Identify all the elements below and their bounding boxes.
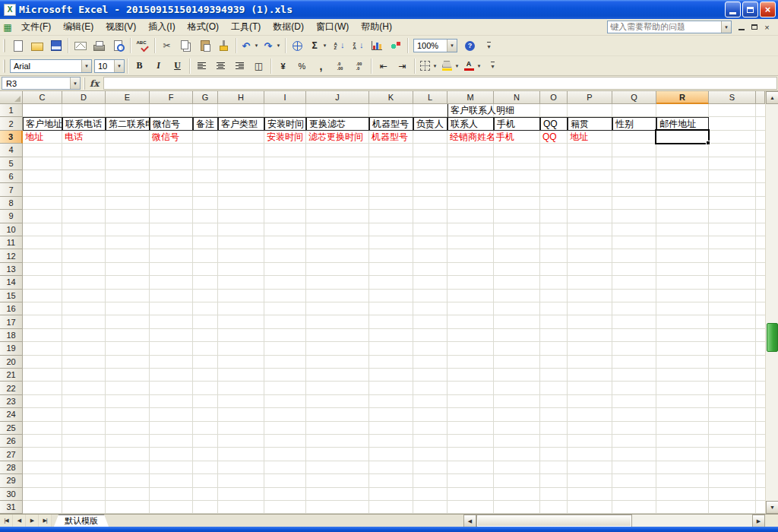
align-right-button[interactable] (231, 58, 248, 74)
sort-ascending-button[interactable] (330, 37, 347, 54)
format-painter-button[interactable] (215, 37, 232, 54)
dropdown-arrow-icon[interactable]: ▼ (81, 60, 91, 72)
cell-D3[interactable]: 电话 (62, 131, 106, 144)
row-header-14[interactable]: 14 (0, 276, 23, 289)
cell-I2[interactable]: 安装时间 (264, 117, 306, 130)
cell-Q2[interactable]: 性别 (612, 117, 656, 130)
cell-J2[interactable]: 更换滤芯 (306, 117, 369, 130)
previous-sheet-button[interactable]: ◀ (13, 515, 26, 527)
row-header-15[interactable]: 15 (0, 290, 23, 302)
dropdown-arrow-icon[interactable]: ▼ (447, 40, 457, 52)
row-header-3[interactable]: 3 (0, 131, 23, 144)
decrease-decimal-button[interactable] (350, 58, 368, 74)
column-header-F[interactable]: F (150, 91, 193, 104)
menu-item-help[interactable]: 帮助(H) (355, 18, 398, 36)
row-header-21[interactable]: 21 (0, 369, 23, 382)
close-button[interactable]: × (760, 2, 776, 17)
toolbar-grip[interactable] (3, 59, 5, 73)
minimize-button[interactable] (725, 2, 741, 17)
cell-O2[interactable]: QQ (540, 117, 568, 130)
row-header-26[interactable]: 26 (0, 435, 23, 448)
zoom-select[interactable]: 100%▼ (413, 39, 457, 52)
select-all-corner[interactable] (0, 91, 23, 104)
chart-wizard-button[interactable] (368, 37, 385, 54)
row-header-12[interactable]: 12 (0, 249, 23, 262)
toolbar-options-button[interactable] (484, 58, 501, 74)
row-header-30[interactable]: 30 (0, 488, 23, 501)
menu-item-insert[interactable]: 插入(I) (142, 18, 181, 36)
row-header-19[interactable]: 19 (0, 342, 23, 355)
font-color-button[interactable]: ▼ (462, 58, 482, 74)
row-header-23[interactable]: 23 (0, 395, 23, 408)
name-box[interactable]: R3 ▼ (2, 77, 81, 90)
row-header-8[interactable]: 8 (0, 197, 23, 210)
workbook-restore-button[interactable] (748, 21, 761, 33)
row-header-6[interactable]: 6 (0, 170, 23, 183)
dropdown-arrow-icon[interactable]: ▼ (70, 78, 80, 89)
cell-P2[interactable]: 籍贯 (568, 117, 612, 130)
cell-N2[interactable]: 手机 (494, 117, 540, 130)
row-header-27[interactable]: 27 (0, 448, 23, 461)
row-header-17[interactable]: 17 (0, 315, 23, 328)
dropdown-arrow-icon[interactable]: ▼ (253, 37, 260, 54)
sheet-tab-active[interactable]: 默认模版 (54, 515, 109, 527)
cell-N3[interactable]: 手机 (494, 131, 540, 144)
scroll-right-button[interactable]: ▶ (752, 515, 765, 527)
dropdown-arrow-icon[interactable]: ▼ (275, 37, 282, 54)
comma-button[interactable] (312, 58, 330, 74)
cell-M2[interactable]: 联系人 (448, 117, 494, 130)
dropdown-arrow-icon[interactable]: ▼ (476, 58, 482, 74)
fill-color-button[interactable]: ▼ (440, 58, 460, 74)
column-header-D[interactable]: D (62, 91, 106, 104)
paste-button[interactable] (196, 37, 213, 54)
vertical-scrollbar[interactable]: ▲ ▼ (765, 91, 778, 514)
cell-G2[interactable]: 备注 (193, 117, 218, 130)
row-header-24[interactable]: 24 (0, 408, 23, 421)
toolbar-options-button[interactable] (480, 37, 498, 54)
new-workbook-button[interactable] (9, 37, 27, 54)
sort-descending-button[interactable] (349, 37, 366, 54)
cell-P3[interactable]: 地址 (568, 131, 612, 144)
column-header-E[interactable]: E (106, 91, 150, 104)
dropdown-arrow-icon[interactable]: ▼ (721, 21, 731, 33)
column-header-H[interactable]: H (218, 91, 264, 104)
row-header-7[interactable]: 7 (0, 183, 23, 196)
increase-indent-button[interactable] (394, 58, 411, 74)
row-header-29[interactable]: 29 (0, 474, 23, 487)
insert-function-button[interactable]: fx (90, 78, 99, 89)
menu-item-data[interactable]: 数据(D) (267, 18, 310, 36)
column-header-C[interactable]: C (23, 91, 62, 104)
row-header-20[interactable]: 20 (0, 356, 23, 369)
cell-H2[interactable]: 客户类型 (218, 117, 264, 130)
column-header-O[interactable]: O (540, 91, 568, 104)
scroll-up-button[interactable]: ▲ (766, 91, 778, 104)
redo-button[interactable]: ▼ (261, 37, 282, 54)
autosum-button[interactable]: ▼ (308, 37, 328, 54)
dropdown-arrow-icon[interactable]: ▼ (432, 58, 438, 74)
menu-item-tools[interactable]: 工具(T) (225, 18, 267, 36)
menu-item-edit[interactable]: 编辑(E) (57, 18, 100, 36)
currency-button[interactable] (274, 58, 292, 74)
cell-C2[interactable]: 客户地址 (23, 117, 62, 130)
cell-K3[interactable]: 机器型号 (369, 131, 413, 144)
borders-button[interactable]: ▼ (418, 58, 438, 74)
dropdown-arrow-icon[interactable]: ▼ (321, 37, 328, 54)
cut-button[interactable] (158, 37, 176, 54)
menu-item-view[interactable]: 视图(V) (100, 18, 142, 36)
cell-E2[interactable]: 第二联系电 (106, 117, 150, 130)
row-header-5[interactable]: 5 (0, 157, 23, 170)
column-header-N[interactable]: N (494, 91, 540, 104)
increase-decimal-button[interactable] (331, 58, 349, 74)
undo-button[interactable]: ▼ (239, 37, 260, 54)
first-sheet-button[interactable]: |◀ (0, 515, 13, 527)
column-header-P[interactable]: P (568, 91, 612, 104)
dropdown-arrow-icon[interactable]: ▼ (454, 58, 460, 74)
column-header-K[interactable]: K (369, 91, 413, 104)
column-header-J[interactable]: J (306, 91, 369, 104)
menu-item-format[interactable]: 格式(O) (182, 18, 225, 36)
title-bar[interactable]: X Microsoft Excel - 20150915150149394939… (0, 0, 778, 19)
font-size-select[interactable]: 10 ▼ (94, 59, 125, 73)
row-header-9[interactable]: 9 (0, 210, 23, 223)
font-name-select[interactable]: Arial ▼ (10, 59, 92, 73)
underline-button[interactable] (169, 58, 186, 74)
